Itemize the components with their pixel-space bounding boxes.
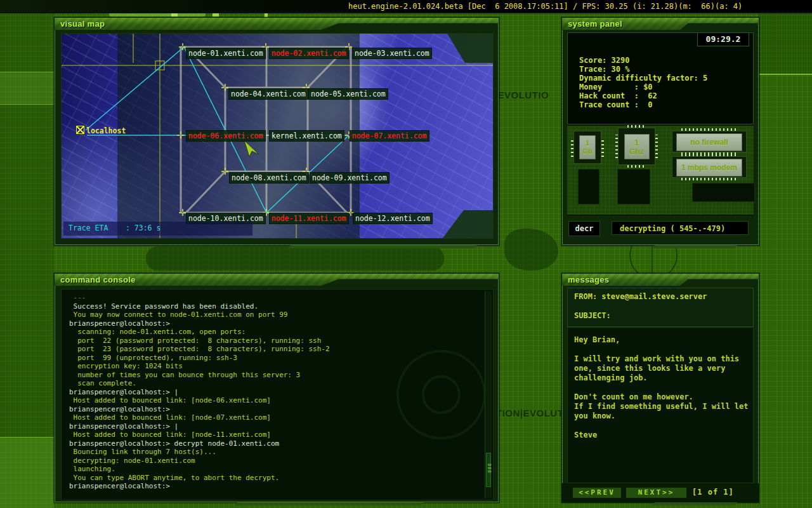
game-screen: TION|EVOLUTIO TION|EVOLUTION heut.engine… [0,0,812,508]
stat-line: Trace count : 0 [579,100,753,109]
empty-slot [578,169,599,204]
console-line: brianspencer@localhost:> | [69,388,480,397]
map-node[interactable]: node-07.xenti.com [350,130,429,142]
message-body[interactable]: Hey Brian, I will try and work with you … [567,327,754,483]
console-line: --- [69,293,480,302]
messages-title: messages [568,275,609,284]
prev-message-button[interactable]: <<PREV [572,487,622,498]
memory-chip[interactable]: 1Gb [573,131,601,164]
message-line [574,421,747,431]
console-line: Host added to bounced link: [node-06.xen… [69,396,480,405]
panel-tab [235,502,424,505]
chip-pins [681,128,737,131]
map-node[interactable]: node-08.xenti.com [229,172,309,184]
empty-slot [617,169,650,204]
message-page-indicator: [1 of 1] [692,488,734,497]
message-line: you know. [574,411,747,421]
console-line: port 99 (unprotected), running: ssh-3 [69,354,480,363]
chip-pins [627,165,646,168]
map-node[interactable]: node-02.xenti.com [269,48,349,59]
localhost-icon [76,126,84,134]
visual-map-title: visual map [60,19,105,29]
cpu-value: 1 [634,138,639,147]
engine-status-text: heut.engine-2.01.024.beta [Dec 6 2008.17… [348,2,742,11]
message-line: one, since this looks like a very [574,364,747,373]
console-line: Host added to bounced link: [node-11.xen… [69,431,480,439]
map-node[interactable]: node-05.xenti.com [308,88,388,100]
message-line [574,383,747,392]
visual-map-panel: visual map node-01.xenti.comnode-02.xent [54,17,499,246]
chip-pins [571,138,573,157]
message-nav: <<PREV NEXT>> [1 of 1] [562,483,759,502]
terminal-output[interactable]: --- Success! Service password has been d… [61,289,494,500]
system-panel-header: system panel [562,18,759,30]
map-node[interactable]: node-06.xenti.com [186,130,266,142]
cpu-chip[interactable]: 1Ghz [618,128,655,165]
map-node[interactable]: node-04.xenti.com [228,88,308,100]
map-node-localhost[interactable]: localhost [74,125,128,136]
decrypt-action-button[interactable]: decr [568,221,600,236]
network-map[interactable]: node-01.xenti.comnode-02.xenti.comnode-0… [61,33,494,239]
message-envelope: FROM: steve@mail.steve.server SUBJECT: [567,288,754,327]
console-line: Host added to bounced link: [node-07.xen… [69,413,480,422]
chip-pins [655,135,658,158]
console-line: decrypting: node-01.xenti.com [69,457,480,465]
message-line: Steve [574,431,747,440]
memory-value: 1 [586,139,589,147]
hardware-board: 1Gb 1Ghz no firewall 1 mbps modem [567,124,754,216]
console-line: scanning: node-01.xenti.com, open ports: [69,328,480,337]
chip-pins [615,135,618,158]
console-line: brianspencer@localhost:> | [69,422,480,431]
message-from: FROM: steve@mail.steve.server [574,292,707,301]
firewall-chip[interactable]: no firewall [672,131,747,152]
console-line: port 23 (password protected: 8 character… [69,345,480,354]
message-line [574,345,747,354]
console-line: Bouncing link through 7 host(s)... [69,448,480,457]
console-line: encryption key: 1024 bits [69,362,480,371]
mission-timer: 09:29.2 [697,32,749,46]
console-line: You can type ABORT anytime, to abort the… [69,474,480,483]
memory-unit: Gb [582,147,592,155]
console-line: scan complete. [69,379,480,388]
console-line: port 22 (password protected: 8 character… [69,337,480,345]
map-node[interactable]: node-12.xenti.com [353,213,433,224]
engine-status-bar: heut.engine-2.01.024.beta [Dec 6 2008.17… [0,0,812,13]
map-trace-eta: Trace ETA : 73:6 s [63,222,252,236]
console-header: command console [55,274,499,286]
stat-line: Hack count : 62 [579,91,753,100]
map-node[interactable]: node-03.xenti.com [352,48,432,59]
console-line: brianspencer@localhost:> [69,319,480,328]
chip-pins [681,154,737,156]
firewall-label: no firewall [676,133,742,151]
console-scroll-handle[interactable]: 000 [486,453,491,487]
bg-bottomleft-tile [0,437,54,508]
message-line: Hey Brian, [574,335,747,345]
visual-map-header: visual map [55,18,499,30]
console-line: launching. [69,465,480,474]
console-line: brianspencer@localhost:> [69,405,480,414]
map-node[interactable]: node-09.xenti.com [310,172,390,184]
console-line: Success! Service password has been disab… [69,302,480,311]
map-node[interactable]: node-01.xenti.com [186,48,266,59]
map-node[interactable]: node-11.xenti.com [269,213,349,224]
next-message-button[interactable]: NEXT>> [625,487,687,498]
message-line: Don't count on me however. [574,392,747,402]
message-line: If I find something useful, I will let [574,402,747,411]
system-panel-title: system panel [568,19,622,29]
messages-header: messages [562,274,759,286]
cursor-arrow [244,140,259,157]
map-node[interactable]: kernel.xenti.com [269,130,344,142]
bg-worldmap-blob [146,246,444,271]
stat-line: Dynamic difficulty factor: 5 [579,74,753,83]
message-line: challenging job. [574,373,747,383]
modem-chip[interactable]: 1 mbps modem [672,156,747,178]
console-line: You may now connect to node-01.xenti.com… [69,311,480,319]
scroll-handle-label: 000 [487,464,492,474]
bg-topleft-tile [0,72,54,105]
stat-line: Score: 3290 [579,56,753,65]
command-console-panel: command console --- Success! Service pas… [54,273,499,503]
chip-pins [627,125,646,128]
console-line: brianspencer@localhost:> [69,482,480,491]
modem-label: 1 mbps modem [676,159,742,177]
console-scrollbar[interactable]: 000 [485,291,492,498]
